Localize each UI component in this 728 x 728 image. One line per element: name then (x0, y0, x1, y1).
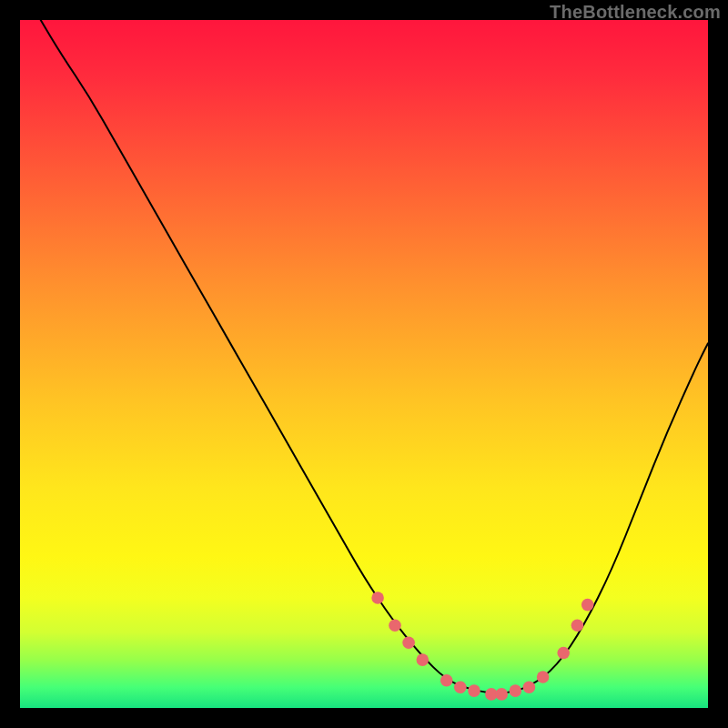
bottleneck-curve (41, 20, 708, 693)
optimal-marker (454, 682, 467, 694)
optimal-marker (571, 620, 584, 632)
optimal-marker (495, 688, 508, 701)
optimal-marker (417, 653, 430, 666)
optimal-marker (510, 684, 522, 697)
optimal-marker (581, 599, 594, 612)
optimal-marker (523, 682, 536, 694)
optimal-marker (389, 620, 401, 632)
optimal-marker-group (371, 592, 593, 701)
chart-plot-area (20, 20, 708, 708)
chart-svg (20, 20, 708, 708)
chart-frame: TheBottleneck.com (0, 0, 728, 728)
optimal-marker (537, 671, 550, 683)
watermark-text: TheBottleneck.com (550, 2, 721, 23)
optimal-marker (371, 592, 384, 604)
optimal-marker (557, 647, 570, 660)
optimal-marker (468, 684, 480, 697)
optimal-marker (402, 636, 415, 649)
optimal-marker (440, 674, 453, 687)
